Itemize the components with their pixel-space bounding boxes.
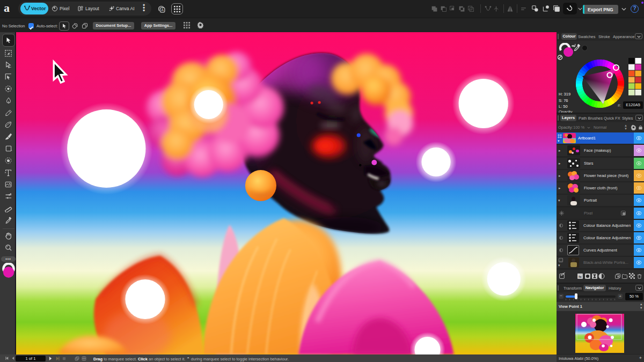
svg-text:A: A (161, 8, 164, 12)
svg-text:fx: fx (579, 275, 582, 278)
